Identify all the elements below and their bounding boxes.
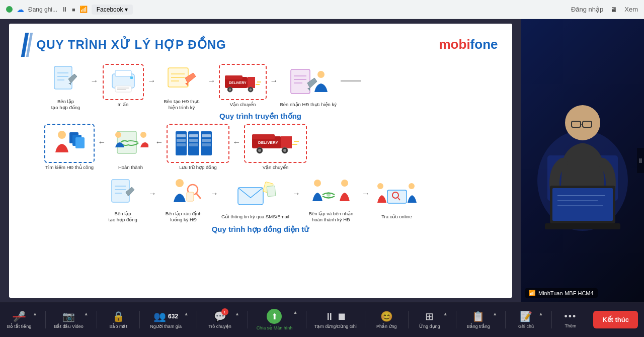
svg-point-72 (409, 183, 415, 189)
svg-rect-39 (202, 134, 211, 137)
step-gui-thong-tin: Gửi thông tin ký qua SMS/Email (221, 178, 289, 220)
svg-line-60 (196, 193, 200, 198)
svg-rect-61 (187, 192, 194, 201)
participants-caret[interactable]: ▲ (184, 311, 189, 316)
reaction-button[interactable]: 😊 Phản ứng (373, 310, 399, 329)
divider-1 (45, 311, 46, 328)
share-caret[interactable]: ▲ (293, 310, 297, 315)
svg-rect-40 (177, 139, 186, 142)
facebook-label: Facebook (97, 6, 123, 13)
svg-point-53 (283, 149, 286, 152)
step-label: Bên lập và bên nhậnhoàn thành ký HĐ (309, 211, 354, 223)
end-meeting-button[interactable]: Kết thúc (593, 311, 638, 328)
step-van-chuyen-1: DELIVERY Vận chuyển (218, 64, 268, 108)
whiteboard-icon: 📋 (472, 310, 485, 322)
signal-icon: 📶 (529, 290, 536, 296)
security-icon: 🔒 (112, 310, 125, 322)
svg-point-67 (327, 193, 331, 197)
cloud-icon: ☁ (17, 5, 24, 14)
chat-button[interactable]: 💬 1 Trò chuyện (205, 310, 234, 329)
security-button[interactable]: 🔒 Bảo mật (105, 310, 131, 329)
share-screen-button[interactable]: ⬆ Chia sẻ Màn hình (256, 309, 292, 330)
more-button[interactable]: ••• Thêm (560, 311, 581, 328)
step-ben-lap-2: Bên lậptạo hợp đồng (100, 175, 145, 223)
digital-label: Quy trình hợp đồng điện tử (23, 225, 498, 234)
monitor-icon: 🖥 (610, 6, 617, 14)
facebook-button[interactable]: Facebook ▾ (92, 5, 133, 15)
svg-point-58 (176, 179, 184, 187)
svg-text:DELIVERY: DELIVERY (258, 140, 278, 145)
divider-7 (365, 311, 365, 328)
step-hoan-thanh: Hoàn thành (108, 124, 153, 171)
divider-6 (306, 311, 306, 328)
bottom-toolbar: 🎤 Bỏ tắt tiếng ▲ 📷 Bắt đầu Video ▲ 🔒 Bảo… (0, 302, 644, 337)
apps-caret[interactable]: ▲ (443, 311, 448, 316)
view-button[interactable]: Xem (624, 6, 638, 13)
video-label: Bắt đầu Video (54, 324, 83, 329)
svg-rect-5 (115, 70, 131, 76)
svg-rect-0 (54, 66, 72, 89)
notes-label: Ghi chú (518, 324, 534, 329)
mic-label: Bỏ tắt tiếng (7, 324, 32, 329)
slide-panel: QUY TRÌNH XỬ LÝ HỢP ĐỒNG mobifone (0, 19, 521, 302)
traditional-process-section: Bên lậptạo hợp đồng → (23, 61, 498, 171)
chat-badge: 1 (221, 308, 228, 315)
reaction-label: Phản ứng (376, 324, 397, 329)
svg-point-65 (314, 180, 321, 187)
slide-content: QUY TRÌNH XỬ LÝ HỢP ĐỒNG mobifone (9, 24, 512, 298)
chat-caret[interactable]: ▲ (235, 311, 239, 316)
step-label: Hoàn thành (118, 164, 143, 171)
video-bg (521, 19, 644, 302)
svg-rect-6 (115, 86, 131, 92)
login-button[interactable]: Đăng nhập (571, 6, 603, 13)
arrow-left-2: ← (155, 138, 164, 147)
stop-icon[interactable]: ■ (72, 7, 75, 13)
participants-label: Người tham gia (150, 324, 182, 329)
svg-rect-43 (177, 143, 186, 146)
right-sidebar: 📶 MinhTuan-MBF HCM4 || (521, 19, 644, 302)
whiteboard-caret[interactable]: ▲ (493, 311, 497, 316)
more-icon: ••• (564, 311, 577, 322)
svg-rect-15 (225, 75, 243, 79)
mic-caret[interactable]: ▲ (33, 311, 37, 316)
divider-2 (97, 311, 97, 328)
divider-3 (139, 311, 140, 328)
pause-icon[interactable]: ⏸ (61, 6, 68, 13)
pause-record-button[interactable]: ⏸ ⏹ Tạm dừng/Dừng Ghi (314, 311, 357, 329)
video-caret[interactable]: ▲ (84, 311, 89, 316)
svg-rect-42 (202, 139, 211, 142)
svg-rect-64 (267, 186, 276, 196)
chat-label: Trò chuyện (208, 324, 231, 329)
svg-rect-44 (189, 143, 198, 146)
step-label: Vận chuyển (263, 164, 289, 171)
apps-label: Ứng dụng (419, 324, 440, 329)
wifi-icon: 📶 (79, 6, 88, 13)
step-van-chuyen-2: DELIVERY Vận chuyển (243, 124, 308, 171)
recording-label: Đang ghi... (28, 6, 57, 13)
notes-button[interactable]: 📝 Ghi chú (514, 310, 538, 329)
mic-button[interactable]: 🎤 Bỏ tắt tiếng (6, 310, 32, 329)
mic-icon: 🎤 (13, 311, 26, 322)
step-ben-nhan: Bên nhận HĐ thực hiện ký (280, 64, 337, 108)
step-tim-kiem: Tìm kiếm HĐ thủ công (43, 124, 96, 171)
participants-button[interactable]: 👥 632 Người tham gia (148, 310, 184, 329)
arrow-d2: → (210, 189, 218, 198)
video-name: MinhTuan-MBF HCM4 (538, 290, 594, 296)
svg-point-19 (228, 89, 231, 91)
step-label: Bên nhận HĐ thực hiện ký (280, 102, 337, 108)
step-ben-lap-1: Bên lậptạo hợp đồng (43, 61, 89, 111)
step-hoan-thanh-ky: Bên lập và bên nhậnhoàn thành ký HĐ (303, 175, 359, 223)
video-button[interactable]: 📷 Bắt đầu Video (54, 310, 83, 329)
whiteboard-button[interactable]: 📋 Bảng trắng (464, 310, 492, 329)
step-label: Vận chuyển (230, 102, 256, 108)
step-label: Bên lậptạo hợp đồng (108, 211, 137, 223)
step-label: Gửi thông tin ký qua SMS/Email (221, 214, 289, 220)
video-name-bar: 📶 MinhTuan-MBF HCM4 (525, 288, 598, 298)
svg-point-66 (341, 180, 348, 187)
arrow-3: → (208, 76, 216, 86)
notes-caret[interactable]: ▲ (539, 311, 543, 316)
expand-handle[interactable]: || (637, 148, 644, 173)
apps-button[interactable]: ⊞ Ứng dụng (417, 310, 443, 329)
divider-5 (248, 311, 248, 328)
svg-point-21 (249, 89, 252, 91)
